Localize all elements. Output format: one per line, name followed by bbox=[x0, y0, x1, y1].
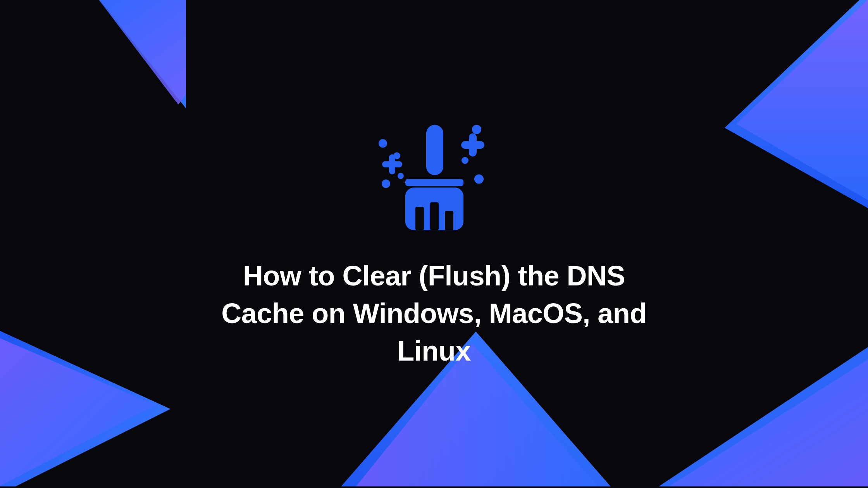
triangle-top-right bbox=[636, 0, 868, 218]
svg-point-22 bbox=[472, 125, 481, 134]
svg-rect-21 bbox=[382, 161, 402, 167]
svg-point-24 bbox=[474, 174, 484, 184]
svg-rect-26 bbox=[461, 141, 484, 149]
triangle-top-left bbox=[0, 0, 186, 122]
svg-point-23 bbox=[462, 157, 468, 164]
triangle-bottom-left bbox=[0, 308, 178, 488]
svg-marker-9 bbox=[651, 347, 868, 486]
svg-rect-15 bbox=[445, 211, 453, 230]
svg-marker-1 bbox=[81, 0, 186, 105]
svg-rect-11 bbox=[405, 179, 463, 186]
hero-banner: How to Clear (Flush) the DNS Cache on Wi… bbox=[0, 0, 868, 488]
hero-icon-wrap bbox=[202, 118, 666, 243]
svg-point-16 bbox=[379, 139, 387, 148]
svg-point-19 bbox=[398, 173, 404, 179]
hero-content: How to Clear (Flush) the DNS Cache on Wi… bbox=[202, 118, 666, 370]
svg-rect-14 bbox=[430, 202, 439, 230]
svg-point-18 bbox=[382, 179, 390, 188]
svg-marker-5 bbox=[0, 332, 155, 486]
clean-sparkle-brush-icon bbox=[368, 118, 500, 243]
hero-title: How to Clear (Flush) the DNS Cache on Wi… bbox=[202, 257, 666, 370]
svg-rect-13 bbox=[415, 207, 424, 230]
svg-rect-10 bbox=[426, 125, 443, 175]
